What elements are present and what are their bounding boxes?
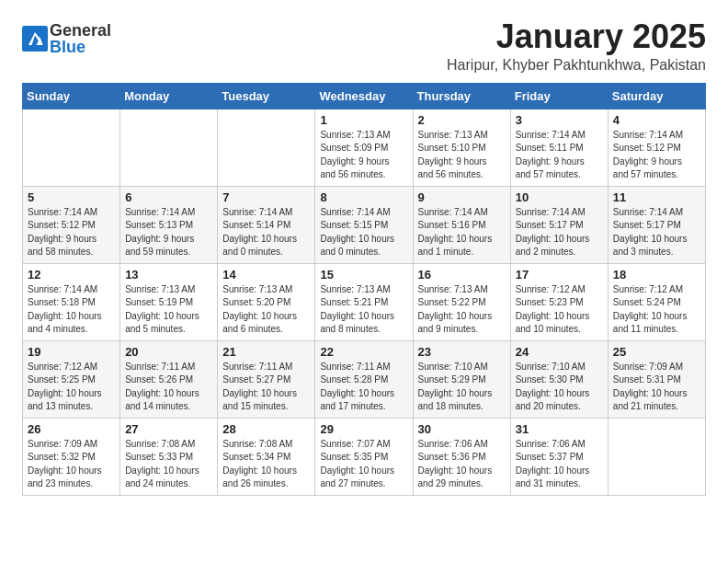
day-info: Sunrise: 7:14 AM Sunset: 5:15 PM Dayligh… xyxy=(320,207,394,258)
day-info: Sunrise: 7:14 AM Sunset: 5:11 PM Dayligh… xyxy=(516,130,586,180)
day-number: 15 xyxy=(320,268,407,282)
calendar-cell: 3Sunrise: 7:14 AM Sunset: 5:11 PM Daylig… xyxy=(510,109,608,186)
day-info: Sunrise: 7:13 AM Sunset: 5:22 PM Dayligh… xyxy=(418,284,493,335)
svg-rect-0 xyxy=(22,26,48,52)
day-number: 2 xyxy=(418,113,506,127)
day-info: Sunrise: 7:14 AM Sunset: 5:13 PM Dayligh… xyxy=(125,207,195,258)
calendar-cell: 7Sunrise: 7:14 AM Sunset: 5:14 PM Daylig… xyxy=(218,186,315,263)
day-number: 29 xyxy=(320,422,407,436)
weekday-header-saturday: Saturday xyxy=(608,83,705,109)
location-title: Haripur, Khyber Pakhtunkhwa, Pakistan xyxy=(447,57,706,74)
day-info: Sunrise: 7:11 AM Sunset: 5:28 PM Dayligh… xyxy=(320,362,394,412)
day-info: Sunrise: 7:10 AM Sunset: 5:30 PM Dayligh… xyxy=(516,362,590,412)
weekday-header-friday: Friday xyxy=(510,83,608,109)
day-number: 22 xyxy=(320,345,407,359)
calendar-cell: 29Sunrise: 7:07 AM Sunset: 5:35 PM Dayli… xyxy=(315,418,413,495)
day-number: 17 xyxy=(516,268,603,282)
day-info: Sunrise: 7:13 AM Sunset: 5:19 PM Dayligh… xyxy=(125,284,199,335)
day-info: Sunrise: 7:11 AM Sunset: 5:26 PM Dayligh… xyxy=(125,362,199,412)
day-number: 16 xyxy=(418,268,506,282)
day-number: 9 xyxy=(418,190,506,204)
calendar-cell: 30Sunrise: 7:06 AM Sunset: 5:36 PM Dayli… xyxy=(413,418,510,495)
calendar-cell: 17Sunrise: 7:12 AM Sunset: 5:23 PM Dayli… xyxy=(510,263,608,340)
day-info: Sunrise: 7:12 AM Sunset: 5:24 PM Dayligh… xyxy=(613,284,688,335)
logo-blue-label: Blue xyxy=(50,39,111,55)
calendar-cell: 9Sunrise: 7:14 AM Sunset: 5:16 PM Daylig… xyxy=(413,186,510,263)
day-info: Sunrise: 7:13 AM Sunset: 5:20 PM Dayligh… xyxy=(222,284,297,335)
day-number: 27 xyxy=(125,422,212,436)
calendar-cell: 8Sunrise: 7:14 AM Sunset: 5:15 PM Daylig… xyxy=(315,186,413,263)
day-number: 31 xyxy=(516,422,603,436)
week-row-1: 1Sunrise: 7:13 AM Sunset: 5:09 PM Daylig… xyxy=(23,109,706,186)
day-number: 19 xyxy=(28,345,115,359)
day-info: Sunrise: 7:08 AM Sunset: 5:34 PM Dayligh… xyxy=(222,439,297,489)
day-number: 21 xyxy=(222,345,310,359)
calendar-cell: 4Sunrise: 7:14 AM Sunset: 5:12 PM Daylig… xyxy=(608,109,705,186)
month-title: January 2025 xyxy=(447,18,706,55)
day-number: 14 xyxy=(222,268,310,282)
day-number: 5 xyxy=(28,190,115,204)
day-number: 24 xyxy=(516,345,603,359)
day-info: Sunrise: 7:13 AM Sunset: 5:09 PM Dayligh… xyxy=(320,130,390,180)
title-block: January 2025 Haripur, Khyber Pakhtunkhwa… xyxy=(447,18,706,74)
logo-text: General Blue xyxy=(50,22,111,55)
weekday-header-tuesday: Tuesday xyxy=(218,83,315,109)
day-number: 3 xyxy=(516,113,603,127)
calendar-cell: 28Sunrise: 7:08 AM Sunset: 5:34 PM Dayli… xyxy=(218,418,315,495)
header: General Blue January 2025 Haripur, Khybe… xyxy=(22,18,706,74)
day-number: 12 xyxy=(28,268,115,282)
calendar-cell: 10Sunrise: 7:14 AM Sunset: 5:17 PM Dayli… xyxy=(510,186,608,263)
day-number: 26 xyxy=(28,422,115,436)
day-info: Sunrise: 7:06 AM Sunset: 5:37 PM Dayligh… xyxy=(516,439,590,489)
day-number: 20 xyxy=(125,345,212,359)
weekday-header-sunday: Sunday xyxy=(23,83,120,109)
calendar-cell: 16Sunrise: 7:13 AM Sunset: 5:22 PM Dayli… xyxy=(413,263,510,340)
calendar-cell: 25Sunrise: 7:09 AM Sunset: 5:31 PM Dayli… xyxy=(608,340,705,418)
calendar-cell: 18Sunrise: 7:12 AM Sunset: 5:24 PM Dayli… xyxy=(608,263,705,340)
day-info: Sunrise: 7:12 AM Sunset: 5:25 PM Dayligh… xyxy=(28,362,102,412)
day-info: Sunrise: 7:11 AM Sunset: 5:27 PM Dayligh… xyxy=(222,362,297,412)
calendar-cell: 24Sunrise: 7:10 AM Sunset: 5:30 PM Dayli… xyxy=(510,340,608,418)
calendar-cell: 27Sunrise: 7:08 AM Sunset: 5:33 PM Dayli… xyxy=(120,418,218,495)
week-row-4: 19Sunrise: 7:12 AM Sunset: 5:25 PM Dayli… xyxy=(23,340,706,418)
calendar-cell: 26Sunrise: 7:09 AM Sunset: 5:32 PM Dayli… xyxy=(23,418,120,495)
logo-general-label: General xyxy=(50,22,111,39)
calendar-cell: 23Sunrise: 7:10 AM Sunset: 5:29 PM Dayli… xyxy=(413,340,510,418)
week-row-5: 26Sunrise: 7:09 AM Sunset: 5:32 PM Dayli… xyxy=(23,418,706,495)
calendar-cell: 15Sunrise: 7:13 AM Sunset: 5:21 PM Dayli… xyxy=(315,263,413,340)
day-info: Sunrise: 7:14 AM Sunset: 5:18 PM Dayligh… xyxy=(28,284,102,335)
day-number: 18 xyxy=(613,268,700,282)
day-number: 28 xyxy=(222,422,310,436)
weekday-header-wednesday: Wednesday xyxy=(315,83,413,109)
day-number: 10 xyxy=(516,190,603,204)
day-info: Sunrise: 7:08 AM Sunset: 5:33 PM Dayligh… xyxy=(125,439,199,489)
calendar-cell: 1Sunrise: 7:13 AM Sunset: 5:09 PM Daylig… xyxy=(315,109,413,186)
calendar-cell: 14Sunrise: 7:13 AM Sunset: 5:20 PM Dayli… xyxy=(218,263,315,340)
calendar-cell: 19Sunrise: 7:12 AM Sunset: 5:25 PM Dayli… xyxy=(23,340,120,418)
day-number: 6 xyxy=(125,190,212,204)
day-number: 11 xyxy=(613,190,700,204)
calendar-cell: 21Sunrise: 7:11 AM Sunset: 5:27 PM Dayli… xyxy=(218,340,315,418)
logo-icon xyxy=(22,26,48,52)
day-info: Sunrise: 7:09 AM Sunset: 5:31 PM Dayligh… xyxy=(613,362,688,412)
day-number: 30 xyxy=(418,422,506,436)
day-info: Sunrise: 7:12 AM Sunset: 5:23 PM Dayligh… xyxy=(516,284,590,335)
calendar-cell xyxy=(120,109,218,186)
weekday-header-monday: Monday xyxy=(120,83,218,109)
day-info: Sunrise: 7:14 AM Sunset: 5:12 PM Dayligh… xyxy=(28,207,97,258)
calendar-cell xyxy=(608,418,705,495)
calendar-cell: 13Sunrise: 7:13 AM Sunset: 5:19 PM Dayli… xyxy=(120,263,218,340)
calendar-cell: 22Sunrise: 7:11 AM Sunset: 5:28 PM Dayli… xyxy=(315,340,413,418)
day-number: 1 xyxy=(320,113,407,127)
calendar-cell: 5Sunrise: 7:14 AM Sunset: 5:12 PM Daylig… xyxy=(23,186,120,263)
day-number: 13 xyxy=(125,268,212,282)
week-row-2: 5Sunrise: 7:14 AM Sunset: 5:12 PM Daylig… xyxy=(23,186,706,263)
day-info: Sunrise: 7:09 AM Sunset: 5:32 PM Dayligh… xyxy=(28,439,102,489)
day-info: Sunrise: 7:07 AM Sunset: 5:35 PM Dayligh… xyxy=(320,439,394,489)
weekday-header-row: SundayMondayTuesdayWednesdayThursdayFrid… xyxy=(23,83,706,109)
day-info: Sunrise: 7:14 AM Sunset: 5:12 PM Dayligh… xyxy=(613,130,683,180)
calendar-cell: 6Sunrise: 7:14 AM Sunset: 5:13 PM Daylig… xyxy=(120,186,218,263)
day-info: Sunrise: 7:14 AM Sunset: 5:17 PM Dayligh… xyxy=(516,207,590,258)
weekday-header-thursday: Thursday xyxy=(413,83,510,109)
day-number: 7 xyxy=(222,190,310,204)
